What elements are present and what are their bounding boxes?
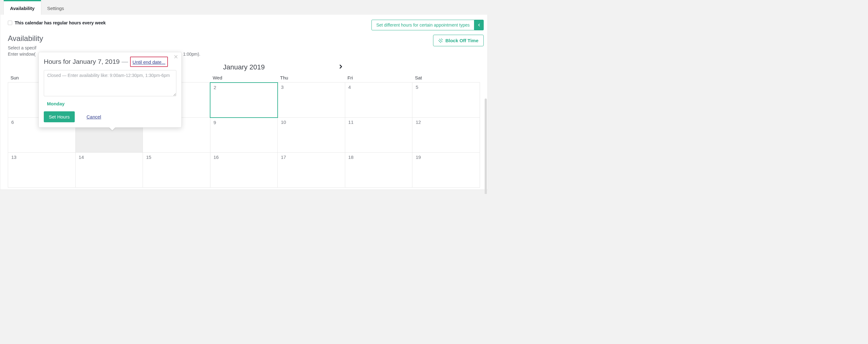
- calendar-cell[interactable]: 14: [75, 153, 143, 188]
- day-header: Thu: [278, 73, 345, 83]
- calendar-cell[interactable]: 16: [210, 153, 278, 188]
- calendar-cell-today[interactable]: 2: [210, 83, 278, 118]
- hours-popover: ✕ Hours for January 7, 2019 — Until end …: [38, 52, 182, 128]
- popover-title: Hours for January 7, 2019: [44, 58, 120, 65]
- set-different-hours-chevron[interactable]: [474, 20, 484, 30]
- popover-close-button[interactable]: ✕: [174, 54, 178, 60]
- calendar-cell[interactable]: 18: [345, 153, 412, 188]
- tab-availability[interactable]: Availability: [4, 0, 41, 15]
- stripes-icon: [438, 38, 443, 43]
- calendar-cell[interactable]: 4: [345, 83, 412, 118]
- set-different-hours-button[interactable]: Set different hours for certain appointm…: [371, 20, 474, 30]
- calendar-cell[interactable]: 15: [143, 153, 211, 188]
- set-hours-button[interactable]: Set Hours: [44, 111, 75, 122]
- chevron-right-icon: [338, 63, 344, 70]
- section-title: Availability: [0, 30, 208, 43]
- calendar-cell[interactable]: 17: [278, 153, 345, 188]
- popover-day-label: Monday: [47, 101, 176, 106]
- close-icon: ✕: [174, 54, 178, 60]
- cancel-link[interactable]: Cancel: [87, 114, 101, 120]
- calendar-cell[interactable]: 11: [345, 118, 412, 153]
- day-header: Wed: [210, 73, 278, 83]
- vertical-scrollbar[interactable]: [485, 98, 487, 194]
- calendar-cell[interactable]: 5: [412, 83, 480, 118]
- popover-dash: —: [122, 58, 128, 65]
- calendar-cell[interactable]: 12: [412, 118, 480, 153]
- availability-hours-input[interactable]: [44, 70, 176, 96]
- calendar-next-button[interactable]: [338, 63, 344, 71]
- calendar-cell[interactable]: 3: [278, 83, 345, 118]
- tab-settings[interactable]: Settings: [41, 0, 70, 15]
- instructions-line2-prefix: Enter window(: [8, 51, 36, 57]
- day-header: Sat: [412, 73, 480, 83]
- until-end-date-highlight: Until end date...: [130, 57, 168, 67]
- calendar-cell[interactable]: 19: [412, 153, 480, 188]
- calendar-cell[interactable]: 13: [8, 153, 76, 188]
- calendar-cell[interactable]: 10: [278, 118, 345, 153]
- chevron-left-icon: [477, 23, 481, 27]
- regular-hours-label: This calendar has regular hours every we…: [15, 20, 106, 25]
- block-off-time-label: Block Off Time: [445, 38, 478, 43]
- block-off-time-button[interactable]: Block Off Time: [433, 35, 484, 46]
- until-end-date-link[interactable]: Until end date...: [132, 59, 165, 65]
- calendar-cell[interactable]: 9: [210, 118, 278, 153]
- calendar-month-label: January 2019: [223, 63, 265, 71]
- instructions-line1: Select a specif: [8, 45, 36, 51]
- day-header: Fri: [345, 73, 412, 83]
- regular-hours-checkbox[interactable]: [8, 21, 12, 25]
